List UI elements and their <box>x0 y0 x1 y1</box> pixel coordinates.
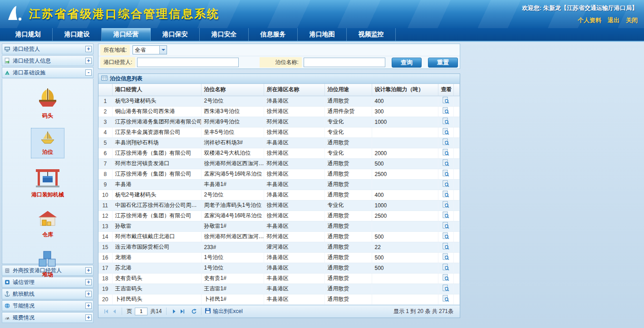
sidebar-item-foreign-investment[interactable]: 外商投资港口经营人 + <box>2 265 93 276</box>
table-row[interactable]: 7 邳州市岔河镇贵发港口 徐州港邳州港区西泇河… 邳州港区 通用散货 500 <box>98 158 460 169</box>
view-record-icon[interactable] <box>442 295 449 302</box>
view-record-icon[interactable] <box>442 243 449 250</box>
export-excel-button[interactable]: 输出到Excel <box>205 308 242 315</box>
table-row[interactable]: 1 杨屯3号建材码头 2号泊位 沛县港区 通用散货 400 <box>98 96 460 106</box>
nav-tab-port-security[interactable]: 港口保安 <box>151 28 200 41</box>
port-area-cell: 沛县港区 <box>264 252 324 263</box>
close-link[interactable]: 关闭 <box>626 16 638 24</box>
table-row[interactable]: 20 卜祥民码头 卜祥民1# 丰县港区 通用散货 <box>98 294 460 304</box>
column-header-operator[interactable]: 港口经营人 <box>112 84 201 96</box>
next-page-icon[interactable] <box>170 307 178 315</box>
view-record-icon[interactable] <box>442 97 449 104</box>
operator-input[interactable] <box>137 58 239 67</box>
column-header-port-area[interactable]: 所在港区名称 <box>264 84 324 96</box>
monitor-icon <box>4 46 10 52</box>
column-header-capacity[interactable]: 设计靠泊能力（吨） <box>372 84 438 96</box>
berth-name-input[interactable] <box>304 58 385 67</box>
view-record-icon[interactable] <box>442 222 449 229</box>
view-cell <box>438 211 453 221</box>
facility-item-yard[interactable]: 堆场 <box>29 247 66 281</box>
nav-tab-port-construction[interactable]: 港口建设 <box>53 28 102 41</box>
filter-panel: 所在地域: 全省 港口经营人: 泊位名称: 查询 重置 <box>98 44 460 69</box>
view-record-icon[interactable] <box>442 159 449 166</box>
view-record-icon[interactable] <box>442 284 449 292</box>
main-panel: 所在地域: 全省 港口经营人: 泊位名称: 查询 重置 泊位 <box>98 44 460 327</box>
operator-cell: 王吉雷码头 <box>112 284 201 294</box>
sidebar-item-fees[interactable]: 规费情况 + <box>2 312 93 323</box>
document-arrow-icon <box>4 58 10 64</box>
nav-tab-port-map[interactable]: 港口地图 <box>298 28 347 41</box>
first-page-icon[interactable] <box>102 307 110 315</box>
logout-link[interactable]: 退出 <box>608 16 619 24</box>
column-header-usage[interactable]: 泊位用途 <box>324 84 372 96</box>
table-row[interactable]: 19 王吉雷码头 王吉雷1# 丰县港区 通用散货 <box>98 284 460 294</box>
reset-button[interactable]: 重置 <box>428 58 458 68</box>
view-record-icon[interactable] <box>442 138 449 146</box>
table-row[interactable]: 9 丰县港 丰县港1# 丰县港区 通用散货 <box>98 179 460 190</box>
nav-tab-port-planning[interactable]: 港口规划 <box>4 28 53 41</box>
table-row[interactable]: 16 龙潮港 1号泊位 沛县港区 通用散货 500 <box>98 252 460 263</box>
table-row[interactable]: 5 丰县润翔砂石料场 润祥砂石料场3# 丰县港区 通用散货 <box>98 137 460 148</box>
facility-item-dock[interactable]: 码头 <box>28 85 68 122</box>
search-button[interactable]: 查询 <box>392 58 422 68</box>
view-record-icon[interactable] <box>442 117 449 125</box>
view-record-icon[interactable] <box>442 264 449 271</box>
expand-toggle[interactable]: + <box>85 314 92 321</box>
view-record-icon[interactable] <box>442 170 449 177</box>
view-record-icon[interactable] <box>442 128 449 135</box>
expand-toggle[interactable]: + <box>85 58 92 64</box>
facility-item-warehouse[interactable]: 仓库 <box>29 207 66 241</box>
expand-toggle[interactable]: + <box>85 46 92 52</box>
operator-cell: 丰县港 <box>112 179 201 190</box>
table-row[interactable]: 10 杨屯2号建材码头 2号泊位 沛县港区 通用散货 400 <box>98 190 460 200</box>
sidebar-item-operator-info[interactable]: 港口经营人信息 + <box>2 55 93 66</box>
port-area-cell: 徐州港区 <box>264 148 324 158</box>
table-row[interactable]: 8 江苏徐州港务（集团）有限公司 孟家沟港5号16吨吊泊位 徐州港区 通用散货 … <box>98 169 460 179</box>
view-record-icon[interactable] <box>442 211 449 219</box>
view-record-icon[interactable] <box>442 191 449 198</box>
last-page-icon[interactable] <box>178 307 186 315</box>
nav-tab-port-safety[interactable]: 港口安全 <box>200 28 249 41</box>
view-cell <box>438 106 453 117</box>
expand-toggle[interactable]: + <box>85 279 92 285</box>
view-record-icon[interactable] <box>442 253 449 260</box>
table-row[interactable]: 12 江苏徐州港务（集团）有限公司 孟家沟港4号16吨吊泊位 徐州港区 通用散货… <box>98 211 460 221</box>
nav-tab-port-operation[interactable]: 港口经营 <box>102 28 151 41</box>
sidebar-item-routes[interactable]: 航班航线 + <box>2 289 93 299</box>
nav-tab-info-service[interactable]: 信息服务 <box>249 28 298 41</box>
table-row[interactable]: 11 中国石化江苏徐州石油分公司周… 周老子油库码头1号泊位 徐州港区 专业化 … <box>98 200 460 211</box>
view-record-icon[interactable] <box>442 232 449 240</box>
table-row[interactable]: 17 苏北港 1号泊位 沛县港区 通用散货 500 <box>98 263 460 273</box>
expand-toggle[interactable]: + <box>85 291 92 297</box>
collapse-toggle[interactable]: - <box>85 69 92 76</box>
table-row[interactable]: 13 孙敬雷 孙敬雷1# 丰县港区 通用散货 <box>98 221 460 231</box>
view-record-icon[interactable] <box>442 274 449 281</box>
table-row[interactable]: 15 连云港市国际货柜公司 233# 灌河港区 通用散货 22 <box>98 242 460 252</box>
profile-link[interactable]: 个人资料 <box>578 16 601 24</box>
table-row[interactable]: 2 铜山港务有限公司西朱港 西朱港3号泊位 徐州港区 通用件杂货 300 <box>98 106 460 117</box>
view-record-icon[interactable] <box>442 201 449 208</box>
view-record-icon[interactable] <box>442 149 449 156</box>
facility-item-machinery[interactable]: 港口装卸机械 <box>24 164 72 201</box>
sidebar-item-infrastructure[interactable]: 港口基础设施 - <box>2 67 93 78</box>
expand-toggle[interactable]: + <box>85 267 92 274</box>
table-row[interactable]: 6 江苏徐州港务（集团）有限公司 双楼港2号大机泊位 徐州港区 专业化 2000 <box>98 148 460 158</box>
view-record-icon[interactable] <box>442 107 449 114</box>
table-row[interactable]: 3 江苏徐州港港务集团邳州港有限公司 邳州港9号泊位 邳州港区 专业化 1000 <box>98 117 460 127</box>
table-row[interactable]: 14 邳州市戴庄镇戴庄北港口 徐州港邳州港区西泇河… 邳州港区 通用散货 500 <box>98 231 460 242</box>
operator-cell: 史有贵码头 <box>112 273 201 284</box>
prev-page-icon[interactable] <box>110 307 118 315</box>
expand-toggle[interactable]: + <box>85 303 92 309</box>
nav-tab-video-monitor[interactable]: 视频监控 <box>347 28 396 41</box>
page-number-input[interactable] <box>135 308 147 315</box>
table-row[interactable]: 4 江苏呈丰金属资源有限公司 呈丰5号泊位 徐州港区 专业化 <box>98 127 460 137</box>
table-row[interactable]: 18 史有贵码头 史有贵1# 丰县港区 通用散货 <box>98 273 460 284</box>
capacity-cell: 1000 <box>372 200 438 211</box>
sidebar-item-port-operator[interactable]: 港口经营人 + <box>2 44 93 54</box>
view-record-icon[interactable] <box>442 180 449 187</box>
region-select[interactable]: 全省 <box>133 45 167 54</box>
sidebar-item-energy[interactable]: 节能情况 + <box>2 300 93 311</box>
facility-item-berth[interactable]: 泊位 <box>31 128 64 158</box>
refresh-icon[interactable] <box>190 307 198 315</box>
column-header-berth-name[interactable]: 泊位名称 <box>201 84 264 96</box>
